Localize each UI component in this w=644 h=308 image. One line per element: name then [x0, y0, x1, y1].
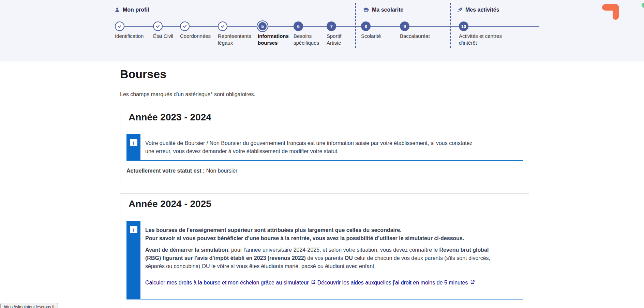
step-label: Besoins spécifiques: [294, 33, 326, 46]
info-icon: i: [130, 139, 137, 146]
info-callout: i Votre qualité de Boursier / Non Boursi…: [126, 134, 523, 161]
section-mes-activites: Mes activités: [457, 7, 499, 13]
step-label: Coordonnées: [180, 33, 219, 40]
status-label: Actuellement votre statut est :: [126, 168, 205, 174]
step-label: Scolarité: [361, 33, 392, 40]
external-link-icon: [470, 279, 475, 287]
page-title: Bourses: [120, 68, 166, 81]
step-label: Activités et centres d'intérêt: [459, 33, 505, 46]
card-title: Année 2024 - 2025: [129, 199, 211, 209]
info-callout-bar: i: [127, 221, 140, 299]
section-mon-profil: Mon profil: [115, 7, 149, 13]
check-icon[interactable]: [115, 21, 124, 31]
info-text: Votre qualité de Boursier / Non Boursier…: [140, 134, 479, 160]
section-label: Mes activités: [465, 7, 499, 13]
card-title: Année 2023 - 2024: [129, 112, 211, 123]
step-label: Informations bourses: [258, 33, 294, 46]
step-label: Sportif Artiste: [327, 33, 348, 46]
info-intro: Les bourses de l'enseignement supérieur …: [145, 226, 490, 243]
check-icon[interactable]: [180, 21, 190, 31]
simulator-link[interactable]: Calculer mes droits à la bourse et mon é…: [145, 279, 316, 287]
section-ma-scolarite: Ma scolarite: [363, 7, 403, 13]
step-label: Identification: [115, 33, 154, 40]
graduation-cap-icon: [363, 7, 369, 13]
info-callout-bar: i: [127, 134, 140, 160]
section-divider: [450, 3, 451, 48]
text-cursor: [279, 279, 279, 292]
section-label: Mon profil: [123, 7, 149, 13]
app-logo-arrow: [602, 4, 619, 20]
step-label: Représentants légaux: [218, 33, 256, 46]
card-year-2023-2024: Année 2023 - 2024 i Votre qualité de Bou…: [120, 107, 529, 187]
info-callout: i Les bourses de l'enseignement supérieu…: [126, 221, 523, 299]
step-label: Baccalauréat: [400, 33, 439, 40]
step-label: État Civil: [153, 33, 182, 40]
card-year-2024-2025: Année 2024 - 2025 i Les bourses de l'ens…: [120, 193, 529, 308]
section-label: Ma scolarite: [372, 7, 403, 13]
required-note: Les champs marqués d'un astérisque* sont…: [120, 91, 255, 98]
info-icon: i: [130, 226, 137, 233]
info-text: Les bourses de l'enseignement supérieur …: [140, 221, 496, 299]
status-value: Non boursier: [206, 168, 238, 174]
person-icon: [115, 7, 120, 13]
aid-discovery-link[interactable]: Découvrir les aides auxquelles j'ai droi…: [317, 279, 475, 287]
progress-header: Mon profil Ma scolarite Mes activités Id…: [0, 0, 644, 61]
browser-status-url: https://simulateur.lescrous.fr: [0, 303, 58, 308]
section-divider: [355, 3, 356, 48]
external-link-icon: [311, 279, 316, 287]
check-icon[interactable]: [153, 21, 163, 31]
scholarship-status: Actuellement votre statut est : Non bour…: [126, 168, 237, 174]
rbg-paragraph: Avant de démarrer la simulation, pour l'…: [145, 246, 490, 270]
rocket-icon: [457, 7, 463, 13]
check-icon[interactable]: [218, 21, 227, 31]
